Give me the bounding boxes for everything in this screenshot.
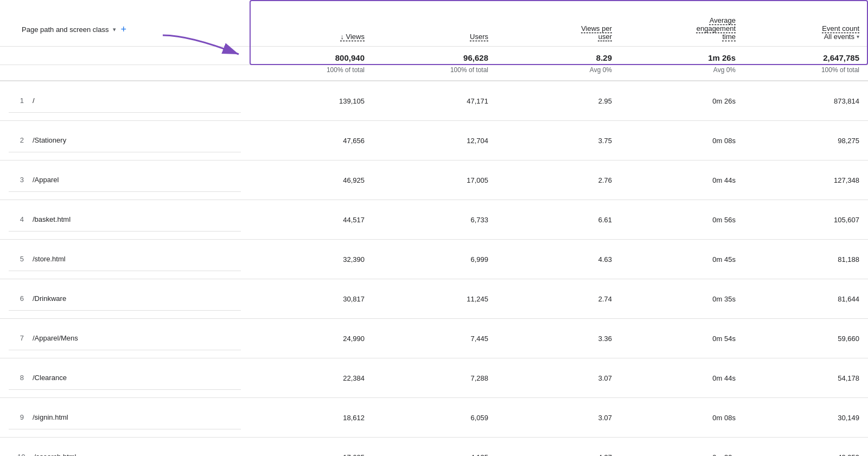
row-page-path: /Apparel	[28, 168, 241, 192]
row-views: 32,390	[250, 240, 373, 279]
row-aet: 0m 54s	[621, 319, 744, 358]
row-page-cell: 7 /Apparel/Mens	[0, 319, 250, 358]
row-aet: 0m 08s	[621, 398, 744, 438]
row-page-cell: 8 /Clearance	[0, 358, 250, 398]
row-vpu: 2.74	[497, 279, 621, 319]
views-per-user-column-header[interactable]: Views per user	[497, 11, 621, 47]
row-ec: 81,644	[744, 279, 868, 319]
row-ec: 127,348	[744, 160, 868, 200]
totals-subtitle-row: 100% of total 100% of total Avg 0% Avg 0…	[0, 65, 868, 81]
row-vpu: 2.76	[497, 160, 621, 200]
row-views: 47,656	[250, 121, 373, 160]
table-row: 9 /signin.html 18,612 6,059 3.07 0m 08s …	[0, 398, 868, 438]
totals-views: 800,940	[250, 47, 373, 65]
row-views: 30,817	[250, 279, 373, 319]
table-row: 2 /Stationery 47,656 12,704 3.75 0m 08s …	[0, 121, 868, 160]
row-vpu: 2.95	[497, 81, 621, 121]
totals-row: 800,940 96,628 8.29 1m 26s 2,647,785	[0, 47, 868, 65]
row-views: 24,990	[250, 319, 373, 358]
row-views: 44,517	[250, 200, 373, 240]
row-vpu: 3.07	[497, 358, 621, 398]
row-number: 2	[9, 129, 28, 152]
totals-views-sub: 100% of total	[250, 65, 373, 81]
row-ec: 30,149	[744, 398, 868, 438]
row-views: 18,612	[250, 398, 373, 438]
row-page-path: /Apparel/Mens	[28, 326, 241, 350]
event-count-dropdown[interactable]: All events ▾	[824, 33, 859, 41]
users-label: Users	[470, 33, 488, 41]
table-row: 8 /Clearance 22,384 7,288 3.07 0m 44s 54…	[0, 358, 868, 398]
row-page-cell: 4 /basket.html	[0, 200, 250, 240]
table-row: 10 /asearch.html 17,605 4,125 4.27 0m 30…	[0, 438, 868, 457]
row-aet: 0m 30s	[621, 438, 744, 457]
totals-ec: 2,647,785	[744, 47, 868, 65]
row-page-cell: 6 /Drinkware	[0, 279, 250, 319]
row-aet: 0m 26s	[621, 81, 744, 121]
row-page-path: /Drinkware	[28, 287, 241, 311]
row-number: 10	[9, 445, 29, 456]
page-col-add-button[interactable]: +	[120, 24, 126, 35]
aet-line2: engagement	[697, 24, 736, 33]
row-vpu: 3.75	[497, 121, 621, 160]
users-column-header[interactable]: Users	[373, 11, 497, 47]
row-number: 5	[9, 247, 28, 271]
row-ec: 54,178	[744, 358, 868, 398]
avg-engagement-time-column-header[interactable]: Average engagement time	[621, 11, 744, 47]
row-page-path: /Clearance	[28, 366, 241, 390]
row-vpu: 6.61	[497, 200, 621, 240]
analytics-table-wrapper: Page path and screen class ▾ + ↓ Views U…	[0, 0, 868, 456]
row-number: 8	[9, 366, 28, 390]
row-vpu: 3.07	[497, 398, 621, 438]
row-vpu: 4.63	[497, 240, 621, 279]
row-aet: 0m 45s	[621, 240, 744, 279]
table-row: 3 /Apparel 46,925 17,005 2.76 0m 44s 127…	[0, 160, 868, 200]
row-ec: 40,959	[744, 438, 868, 457]
views-column-header[interactable]: ↓ Views	[250, 11, 373, 47]
totals-users: 96,628	[373, 47, 497, 65]
row-users: 6,059	[373, 398, 497, 438]
ec-sub-label: All events	[824, 33, 854, 41]
row-page-cell: 3 /Apparel	[0, 160, 250, 200]
totals-users-sub: 100% of total	[373, 65, 497, 81]
row-number: 3	[9, 168, 28, 192]
row-page-path: /signin.html	[28, 406, 241, 429]
row-aet: 0m 44s	[621, 358, 744, 398]
row-users: 4,125	[373, 438, 497, 457]
row-page-cell: 10 /asearch.html	[0, 438, 250, 457]
ec-label: Event count	[822, 24, 859, 33]
row-ec: 98,275	[744, 121, 868, 160]
row-page-path: /store.html	[28, 247, 241, 271]
ec-dropdown-arrow[interactable]: ▾	[857, 34, 859, 40]
row-number: 4	[9, 208, 28, 232]
row-aet: 0m 08s	[621, 121, 744, 160]
table-row: 4 /basket.html 44,517 6,733 6.61 0m 56s …	[0, 200, 868, 240]
table-row: 7 /Apparel/Mens 24,990 7,445 3.36 0m 54s…	[0, 319, 868, 358]
row-users: 47,171	[373, 81, 497, 121]
row-page-cell: 5 /store.html	[0, 240, 250, 279]
row-page-cell: 9 /signin.html	[0, 398, 250, 438]
page-col-label: Page path and screen class	[22, 25, 108, 34]
row-vpu: 3.36	[497, 319, 621, 358]
row-ec: 105,607	[744, 200, 868, 240]
row-page-cell: 1 /	[0, 81, 250, 121]
row-users: 6,999	[373, 240, 497, 279]
row-users: 7,288	[373, 358, 497, 398]
totals-aet-sub: Avg 0%	[621, 65, 744, 81]
totals-vpu-sub: Avg 0%	[497, 65, 621, 81]
row-page-path: /asearch.html	[29, 445, 241, 456]
row-number: 6	[9, 287, 28, 311]
page-col-dropdown-icon[interactable]: ▾	[113, 26, 116, 33]
totals-aet: 1m 26s	[621, 47, 744, 65]
row-users: 7,445	[373, 319, 497, 358]
arrow-annotation	[157, 30, 250, 75]
row-aet: 0m 56s	[621, 200, 744, 240]
row-ec: 59,660	[744, 319, 868, 358]
row-ec: 81,188	[744, 240, 868, 279]
row-users: 12,704	[373, 121, 497, 160]
row-number: 7	[9, 326, 28, 350]
aet-line3: time	[722, 33, 736, 41]
event-count-column-header[interactable]: Event count All events ▾	[744, 11, 868, 47]
table-row: 5 /store.html 32,390 6,999 4.63 0m 45s 8…	[0, 240, 868, 279]
row-users: 11,245	[373, 279, 497, 319]
row-ec: 873,814	[744, 81, 868, 121]
